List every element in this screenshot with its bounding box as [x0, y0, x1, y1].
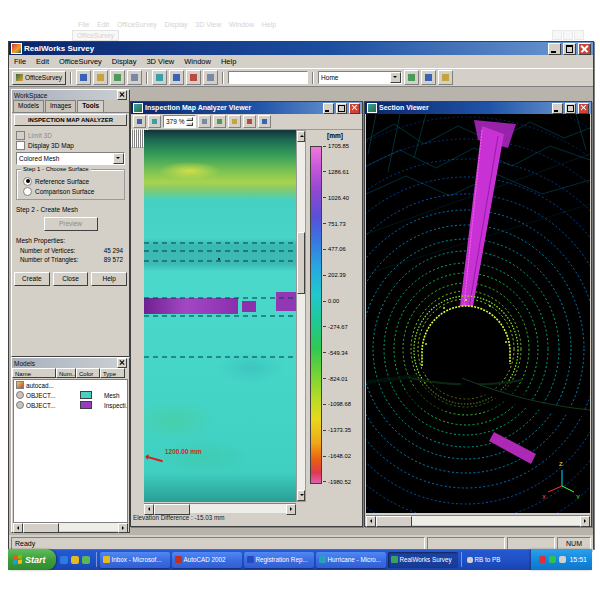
print-icon[interactable]	[127, 70, 142, 85]
column-color[interactable]: Color	[76, 368, 100, 378]
show-desktop-icon[interactable]	[82, 556, 90, 564]
minimize-button[interactable]	[548, 43, 561, 55]
row-color	[78, 401, 102, 409]
close-icon[interactable]	[117, 358, 127, 368]
minimize-button[interactable]	[323, 103, 334, 114]
zoom-window-icon[interactable]	[148, 115, 161, 128]
layers-icon[interactable]	[421, 70, 436, 85]
scroll-down-icon[interactable]	[297, 490, 305, 501]
chevron-down-icon[interactable]	[390, 72, 401, 83]
tab-images[interactable]: Images	[45, 100, 76, 112]
scroll-left-icon[interactable]	[13, 523, 23, 533]
measure-icon[interactable]	[203, 70, 218, 85]
scroll-right-icon[interactable]	[118, 523, 128, 533]
close-icon[interactable]	[117, 90, 127, 100]
tab-tools[interactable]: Tools	[77, 100, 104, 112]
limit-3d-checkbox[interactable]	[16, 131, 25, 140]
fit-view-icon[interactable]	[198, 115, 211, 128]
reference-surface-radio[interactable]	[23, 177, 32, 186]
maximize-button[interactable]	[336, 103, 347, 114]
marker-icon[interactable]	[243, 115, 256, 128]
zoom-level-combo[interactable]: 379 %	[163, 115, 196, 128]
autocad-icon	[175, 556, 182, 563]
annotate-icon[interactable]	[228, 115, 241, 128]
mesh-type-combo[interactable]: Colored Mesh	[16, 152, 125, 165]
toolbar-separator	[70, 72, 72, 84]
grid-icon[interactable]	[213, 115, 226, 128]
search-field[interactable]	[228, 71, 308, 84]
comparison-surface-radio[interactable]	[23, 187, 32, 196]
chevron-down-icon[interactable]	[113, 153, 124, 164]
task-autocad[interactable]: AutoCAD 2002	[172, 552, 242, 568]
export-icon[interactable]	[258, 115, 271, 128]
help-button[interactable]: Help	[91, 272, 127, 286]
scroll-thumb[interactable]	[376, 516, 412, 527]
zoom-spinner[interactable]	[186, 117, 193, 126]
pan-icon[interactable]	[133, 115, 146, 128]
map-horizontal-scrollbar[interactable]	[144, 503, 296, 513]
close-button[interactable]	[578, 43, 591, 55]
section-horizontal-scrollbar[interactable]	[366, 515, 590, 525]
tray-status-icon[interactable]	[549, 556, 556, 563]
table-row[interactable]: OBJECT... Inspecti...	[14, 400, 127, 410]
table-row[interactable]: autocad...	[14, 380, 127, 390]
column-type[interactable]: Type	[100, 368, 125, 378]
create-button[interactable]: Create	[14, 272, 50, 286]
menu-edit[interactable]: Edit	[31, 57, 54, 66]
import-icon[interactable]	[110, 70, 125, 85]
inspection-map-canvas[interactable]: 1200.00 mm	[144, 130, 296, 502]
maximize-button[interactable]	[563, 43, 576, 55]
column-num[interactable]: Num...	[56, 368, 76, 378]
map-dashed-line	[144, 260, 296, 262]
settings-icon[interactable]	[438, 70, 453, 85]
menu-display[interactable]: Display	[107, 57, 142, 66]
camera-icon[interactable]	[404, 70, 419, 85]
toolbar-separator	[312, 72, 314, 84]
target-icon[interactable]	[186, 70, 201, 85]
task-hurricane[interactable]: Hurricane - Micro...	[316, 552, 386, 568]
scroll-thumb[interactable]	[297, 232, 305, 294]
close-button[interactable]: Close	[53, 272, 89, 286]
menu-help[interactable]: Help	[216, 57, 241, 66]
column-name[interactable]: Name	[12, 368, 56, 378]
scroll-right-icon[interactable]	[580, 516, 590, 527]
close-button[interactable]	[578, 103, 589, 114]
inspection-map-analyzer-panel: INSPECTION MAP ANALYZER Limit 3D Display…	[14, 114, 127, 354]
scroll-up-icon[interactable]	[297, 131, 305, 142]
display-3d-map-checkbox[interactable]	[16, 141, 25, 150]
preview-button[interactable]: Preview	[44, 217, 98, 231]
scroll-left-icon[interactable]	[366, 516, 376, 527]
save-icon[interactable]	[93, 70, 108, 85]
menu-file[interactable]: File	[9, 57, 31, 66]
scroll-right-icon[interactable]	[286, 504, 296, 515]
task-inbox[interactable]: Inbox - Microsof...	[100, 552, 170, 568]
models-horizontal-scrollbar[interactable]	[13, 522, 128, 531]
open-icon[interactable]	[76, 70, 91, 85]
scale-label: -274.67	[328, 324, 348, 330]
scale-label: -824.01	[328, 376, 348, 382]
internet-explorer-icon[interactable]	[60, 556, 68, 564]
table-row[interactable]: OBJECT... Mesh	[14, 390, 127, 400]
tray-alert-icon[interactable]	[539, 556, 546, 563]
tab-models[interactable]: Models	[13, 100, 44, 112]
tray-volume-icon[interactable]	[559, 556, 566, 563]
task-registration-report[interactable]: Registration Rep...	[244, 552, 314, 568]
zoom-icon[interactable]	[169, 70, 184, 85]
menu-officesurvey[interactable]: OfficeSurvey	[54, 57, 107, 66]
minimize-button[interactable]	[552, 103, 563, 114]
view-icon[interactable]	[152, 70, 167, 85]
maximize-button[interactable]	[565, 103, 576, 114]
menu-window[interactable]: Window	[179, 57, 216, 66]
analyzer-buttons: Create Close Help	[14, 272, 127, 286]
section-3d-canvas[interactable]: Z X Y	[366, 114, 590, 513]
home-combo[interactable]: Home	[318, 71, 402, 84]
start-button[interactable]: Start	[8, 549, 56, 570]
menu-3dview[interactable]: 3D View	[141, 57, 179, 66]
task-realworks-survey[interactable]: RealWorks Survey	[388, 552, 458, 568]
scroll-thumb[interactable]	[23, 523, 59, 533]
close-button[interactable]	[349, 103, 360, 114]
map-vertical-scrollbar[interactable]	[296, 130, 306, 502]
officesurvey-mode-button[interactable]: OfficeSurvey	[12, 71, 66, 85]
rb-to-pb-toolbar[interactable]: RB to PB	[464, 556, 504, 563]
outlook-icon[interactable]	[71, 556, 79, 564]
